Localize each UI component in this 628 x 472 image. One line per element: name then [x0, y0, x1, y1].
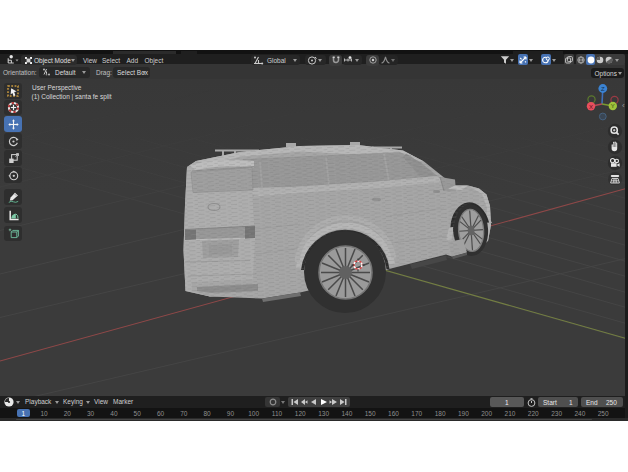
svg-text:Z: Z	[601, 86, 605, 92]
svg-text:X: X	[589, 104, 593, 110]
svg-text:Y: Y	[611, 103, 615, 109]
